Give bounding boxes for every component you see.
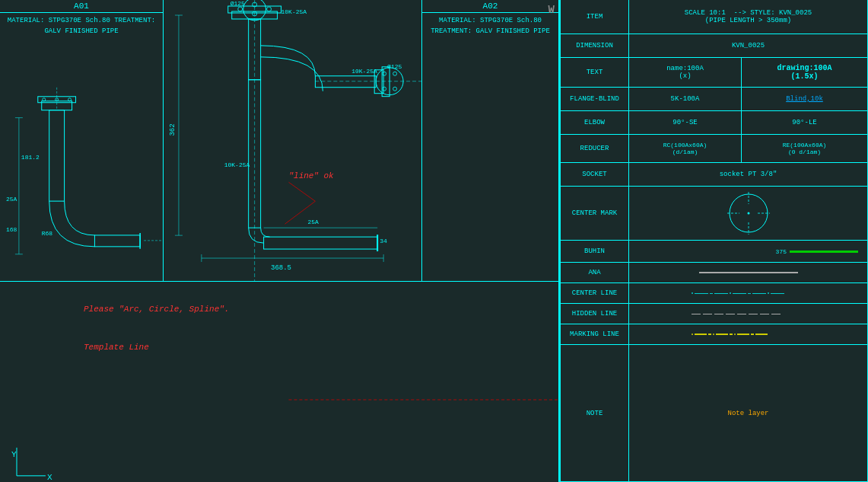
marking-line-row: MARKING LINE bbox=[561, 324, 868, 345]
svg-text:Ø125: Ø125 bbox=[387, 63, 402, 70]
note-row: NOTE Note layer bbox=[561, 345, 868, 482]
hidden-line-graphic bbox=[629, 304, 868, 324]
svg-line-51 bbox=[289, 182, 316, 201]
svg-text:25A: 25A bbox=[307, 219, 319, 225]
center-mark-label: CENTER MARK bbox=[561, 187, 629, 240]
svg-text:362: 362 bbox=[169, 123, 176, 136]
buhin-line-graphic bbox=[790, 251, 858, 253]
please-text: Please "Arc, Circle, Spline". bbox=[84, 305, 229, 314]
svg-point-68 bbox=[747, 212, 749, 215]
drawing-bottom: Please "Arc, Circle, Spline". Template L… bbox=[0, 282, 558, 482]
svg-point-29 bbox=[267, 7, 272, 11]
right-panel: ITEM SCALE 10:1 --> STYLE: KVN_0025 (PIP… bbox=[559, 0, 868, 482]
center-mark-row: CENTER MARK bbox=[561, 187, 868, 241]
svg-text:34: 34 bbox=[380, 238, 387, 244]
ana-line-graphic bbox=[699, 272, 798, 273]
flange-col1: 5K-100A bbox=[629, 88, 742, 110]
flange-label: FLANGE-BLIND bbox=[561, 88, 629, 110]
svg-text:R68: R68 bbox=[42, 230, 53, 237]
center-line-label: CENTER LINE bbox=[561, 283, 629, 303]
hidden-line-label: HIDDEN LINE bbox=[561, 304, 629, 324]
svg-point-12 bbox=[43, 98, 46, 101]
panel-a02: A02 MATERIAL: STPG370E Sch.80 TREATMENT:… bbox=[421, 0, 558, 281]
svg-point-28 bbox=[238, 7, 243, 11]
svg-text:10K-25A: 10K-25A bbox=[224, 161, 250, 168]
panel-a02-header: A02 bbox=[422, 0, 558, 13]
template-line: Template Line bbox=[84, 343, 149, 352]
svg-point-40 bbox=[393, 72, 397, 75]
buhin-value: 375 bbox=[776, 248, 787, 255]
dimension-row: DIMENSION KVN_0025 bbox=[561, 34, 868, 58]
buhin-line: 375 bbox=[629, 241, 868, 262]
dimension-label: DIMENSION bbox=[561, 34, 629, 57]
dimension-value: KVN_0025 bbox=[629, 34, 868, 57]
item-cell-header: ITEM bbox=[561, 0, 629, 34]
socket-value: socket PT 3/8" bbox=[629, 163, 868, 186]
marking-line-label: MARKING LINE bbox=[561, 324, 629, 344]
elbow-col1: 90°-SE bbox=[629, 111, 742, 134]
center-mark-svg bbox=[714, 190, 783, 236]
center-line-graphic bbox=[629, 283, 868, 303]
reducer-row: REDUCER RC(100Ax60A) (d/1am) RE(100Ax60A… bbox=[561, 135, 868, 163]
reducer-label: REDUCER bbox=[561, 135, 629, 162]
svg-text:"line" ok: "line" ok bbox=[289, 171, 335, 180]
svg-point-41 bbox=[383, 87, 386, 91]
svg-text:10K-25A: 10K-25A bbox=[281, 8, 307, 15]
buhin-row: BUHIN 375 bbox=[561, 241, 868, 263]
elbow-label: ELBOW bbox=[561, 111, 629, 134]
scale-row: ITEM SCALE 10:1 --> STYLE: KVN_0025 (PIP… bbox=[561, 0, 868, 34]
marking-line-graphic bbox=[629, 324, 868, 344]
scale-text: SCALE 10:1 --> STYLE: KVN_0025 bbox=[685, 9, 812, 17]
svg-text:368.5: 368.5 bbox=[271, 264, 291, 272]
reducer-col2: RE(100Ax60A) (0 d/1am) bbox=[742, 135, 868, 162]
flange-col2: Blind,10k bbox=[742, 88, 868, 110]
panel-a02-info: MATERIAL: STPG370E Sch.80 TREATMENT: GAL… bbox=[422, 13, 558, 40]
ana-line bbox=[629, 263, 868, 282]
scale-value-cell: SCALE 10:1 --> STYLE: KVN_0025 (PIPE LEN… bbox=[629, 0, 868, 34]
svg-point-14 bbox=[68, 98, 72, 101]
svg-text:X: X bbox=[47, 473, 52, 482]
watermark: W bbox=[548, 4, 555, 16]
panel-a01: A01 MATERIAL: STPG370E Sch.80 TREATMENT:… bbox=[0, 0, 164, 281]
svg-point-42 bbox=[393, 87, 397, 91]
flange-row: FLANGE-BLIND 5K-100A Blind,10k bbox=[561, 88, 868, 111]
center-drawing-svg: 362 368.5 Ø125 10K-25A bbox=[164, 0, 421, 281]
text-row: TEXT name:100A (x) drawing:100A (1.5x) bbox=[561, 58, 868, 88]
svg-text:168: 168 bbox=[6, 226, 17, 233]
svg-text:Y: Y bbox=[11, 450, 17, 459]
svg-rect-35 bbox=[315, 76, 376, 88]
center-mark-graphic bbox=[629, 187, 868, 240]
reducer-col1: RC(100Ax60A) (d/1am) bbox=[629, 135, 742, 162]
socket-label: SOCKET bbox=[561, 163, 629, 186]
panel-a01-svg: 25A 168 181.2 R68 bbox=[0, 0, 163, 281]
text-col2: drawing:100A (1.5x) bbox=[742, 58, 868, 87]
svg-text:25A: 25A bbox=[6, 196, 17, 203]
svg-rect-46 bbox=[264, 237, 378, 249]
text-col1: name:100A (x) bbox=[629, 58, 742, 87]
hidden-line-row: HIDDEN LINE bbox=[561, 304, 868, 324]
ana-label: ANA bbox=[561, 263, 629, 282]
elbow-col2: 90°-LE bbox=[742, 111, 868, 134]
elbow-row: ELBOW 90°-SE 90°-LE bbox=[561, 111, 868, 135]
note-value-text: Note layer bbox=[727, 410, 768, 417]
socket-row: SOCKET socket PT 3/8" bbox=[561, 163, 868, 187]
svg-text:Ø125: Ø125 bbox=[231, 0, 245, 7]
center-line-row: CENTER LINE bbox=[561, 283, 868, 304]
note-label: NOTE bbox=[561, 345, 629, 481]
ana-row: ANA bbox=[561, 263, 868, 283]
svg-text:181.2: 181.2 bbox=[21, 154, 40, 161]
note-value: Note layer bbox=[629, 345, 868, 481]
svg-rect-7 bbox=[49, 110, 65, 201]
svg-text:10K-25A: 10K-25A bbox=[351, 68, 377, 75]
drawing-area: A01 MATERIAL: STPG370E Sch.80 TREATMENT:… bbox=[0, 0, 559, 482]
text-label: TEXT bbox=[561, 58, 629, 87]
svg-point-39 bbox=[383, 72, 386, 75]
pipe-length: (PIPE LENGTH > 350mm) bbox=[705, 17, 791, 24]
buhin-label: BUHIN bbox=[561, 241, 629, 262]
svg-rect-8 bbox=[94, 235, 140, 247]
panel-center: 362 368.5 Ø125 10K-25A bbox=[164, 0, 421, 281]
